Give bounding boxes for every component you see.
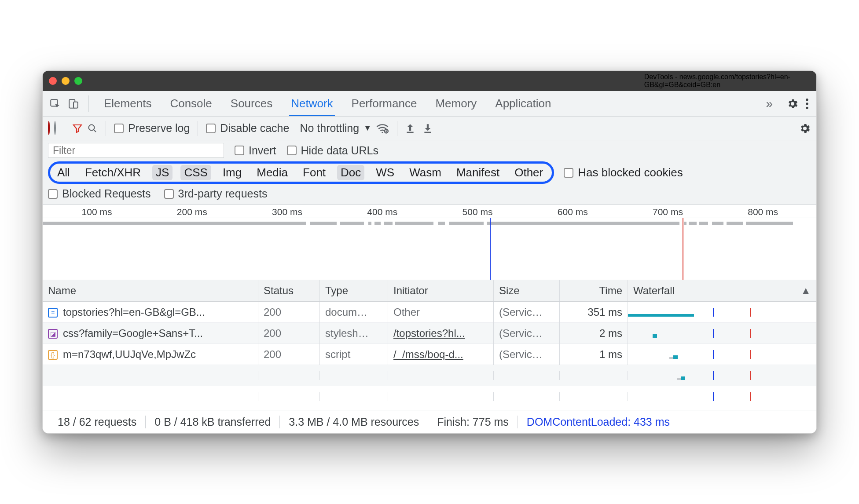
type-other[interactable]: Other — [511, 165, 547, 180]
col-size[interactable]: Size — [494, 280, 560, 301]
preserve-log-checkbox[interactable]: Preserve log — [114, 122, 190, 135]
cell-initiator[interactable]: /_/mss/boq-d... — [388, 344, 494, 365]
tab-elements[interactable]: Elements — [102, 91, 153, 116]
hide-data-urls-checkbox[interactable]: Hide data URLs — [287, 144, 378, 157]
timeline-tick: 200 ms — [177, 207, 207, 217]
type-fetch-xhr[interactable]: Fetch/XHR — [81, 165, 144, 180]
blocked-requests-checkbox[interactable]: Blocked Requests — [48, 187, 151, 200]
more-menu-icon[interactable] — [802, 98, 812, 110]
tab-memory[interactable]: Memory — [433, 91, 478, 116]
col-name[interactable]: Name — [43, 280, 258, 301]
table-row[interactable]: {}m=n73qwf,UUJqVe,MpJwZc200script/_/mss/… — [43, 344, 816, 365]
table-row[interactable]: ≡topstories?hl=en-GB&gl=GB...200docum…Ot… — [43, 302, 816, 323]
tab-console[interactable]: Console — [168, 91, 213, 116]
svg-point-6 — [89, 124, 95, 130]
cell-initiator[interactable]: /topstories?hl... — [388, 323, 494, 344]
tab-sources[interactable]: Sources — [229, 91, 274, 116]
disable-cache-label: Disable cache — [220, 122, 289, 135]
inspect-element-icon[interactable] — [47, 96, 63, 112]
svg-point-5 — [806, 106, 808, 109]
svg-rect-9 — [407, 131, 413, 133]
timeline-tick: 400 ms — [367, 207, 397, 217]
traffic-lights — [49, 77, 82, 85]
type-all[interactable]: All — [54, 165, 73, 180]
cell-status: 200 — [258, 302, 320, 323]
third-party-label: 3rd-party requests — [178, 187, 268, 200]
disable-cache-checkbox[interactable]: Disable cache — [206, 122, 289, 135]
tab-performance[interactable]: Performance — [350, 91, 419, 116]
preserve-log-label: Preserve log — [128, 122, 190, 135]
status-resources: 3.3 MB / 4.0 MB resources — [280, 416, 428, 428]
network-table: Name Status Type Initiator Size Time Wat… — [43, 280, 816, 410]
svg-point-4 — [806, 102, 808, 105]
clear-button[interactable] — [54, 122, 56, 135]
request-name: m=n73qwf,UUJqVe,MpJwZc — [63, 348, 196, 360]
file-type-icon: ≡ — [48, 308, 58, 318]
cell-time: 351 ms — [560, 302, 628, 323]
search-icon[interactable] — [87, 123, 98, 134]
type-manifest[interactable]: Manifest — [453, 165, 503, 180]
download-har-icon[interactable] — [423, 123, 433, 134]
panel-tabstrip: Elements Console Sources Network Perform… — [43, 91, 816, 117]
table-row-empty — [43, 386, 816, 407]
filter-toggle-icon[interactable] — [72, 123, 83, 134]
type-font[interactable]: Font — [299, 165, 329, 180]
device-toolbar-icon[interactable] — [66, 96, 81, 112]
invert-label: Invert — [249, 144, 276, 157]
timeline-tick: 600 ms — [558, 207, 588, 217]
maximize-window-button[interactable] — [74, 77, 82, 85]
record-button[interactable] — [48, 122, 50, 135]
status-bar: 18 / 62 requests 0 B / 418 kB transferre… — [43, 410, 816, 433]
type-doc[interactable]: Doc — [337, 165, 364, 180]
overview-timeline[interactable]: 100 ms200 ms300 ms400 ms500 ms600 ms700 … — [43, 205, 816, 280]
has-blocked-cookies-checkbox[interactable]: Has blocked cookies — [564, 166, 683, 179]
file-type-icon: ◪ — [48, 329, 58, 339]
col-waterfall[interactable]: Waterfall▲ — [628, 280, 816, 301]
col-initiator[interactable]: Initiator — [388, 280, 494, 301]
window-titlebar — [43, 71, 644, 91]
minimize-window-button[interactable] — [62, 77, 70, 85]
devtools-window: DevTools - news.google.com/topstories?hl… — [42, 70, 817, 434]
cell-size: (Servic… — [494, 323, 560, 344]
tab-application[interactable]: Application — [493, 91, 553, 116]
status-transferred: 0 B / 418 kB transferred — [146, 416, 280, 428]
upload-har-icon[interactable] — [405, 123, 415, 134]
has-blocked-cookies-label: Has blocked cookies — [578, 166, 683, 179]
svg-point-7 — [382, 131, 383, 133]
timeline-tick: 800 ms — [748, 207, 778, 217]
type-media[interactable]: Media — [253, 165, 291, 180]
col-time[interactable]: Time — [560, 280, 628, 301]
third-party-checkbox[interactable]: 3rd-party requests — [164, 187, 268, 200]
timeline-tick: 300 ms — [272, 207, 302, 217]
invert-checkbox[interactable]: Invert — [235, 144, 276, 157]
network-conditions-icon[interactable] — [376, 123, 389, 134]
network-settings-gear-icon[interactable] — [799, 122, 811, 135]
col-status[interactable]: Status — [258, 280, 320, 301]
panel-tabs: Elements Console Sources Network Perform… — [102, 91, 553, 116]
type-ws[interactable]: WS — [372, 165, 398, 180]
cell-waterfall — [628, 308, 816, 317]
filter-input[interactable] — [48, 143, 224, 158]
request-name: topstories?hl=en-GB&gl=GB... — [63, 306, 205, 318]
type-img[interactable]: Img — [219, 165, 245, 180]
cell-size: (Servic… — [494, 302, 560, 323]
load-marker — [683, 218, 683, 280]
table-row[interactable]: ◪css?family=Google+Sans+T...200stylesh…/… — [43, 323, 816, 344]
close-window-button[interactable] — [49, 77, 57, 85]
timeline-tick: 700 ms — [653, 207, 683, 217]
cell-status: 200 — [258, 344, 320, 365]
tabs-overflow-button[interactable]: » — [761, 97, 777, 111]
timeline-tick: 500 ms — [463, 207, 493, 217]
svg-rect-10 — [424, 131, 431, 133]
network-toolbar: Preserve log Disable cache No throttling… — [43, 117, 816, 140]
cell-time: 2 ms — [560, 323, 628, 344]
tab-network[interactable]: Network — [289, 91, 334, 116]
cell-type: stylesh… — [320, 323, 388, 344]
cell-initiator: Other — [388, 302, 494, 323]
throttling-select[interactable]: No throttling ▼ — [300, 122, 371, 135]
settings-gear-icon[interactable] — [783, 98, 802, 110]
col-type[interactable]: Type — [320, 280, 388, 301]
type-js[interactable]: JS — [152, 165, 173, 180]
type-css[interactable]: CSS — [180, 165, 211, 180]
type-wasm[interactable]: Wasm — [406, 165, 445, 180]
